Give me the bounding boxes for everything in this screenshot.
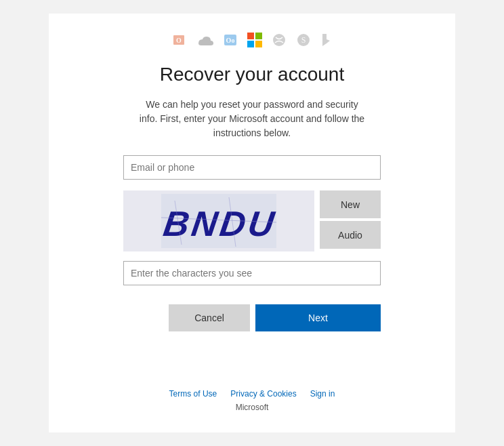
page-title: Recover your account xyxy=(160,64,344,85)
footer-brand: Microsoft xyxy=(236,403,269,412)
email-input[interactable] xyxy=(123,155,381,180)
bing-icon xyxy=(320,33,333,47)
svg-marker-7 xyxy=(322,34,330,46)
button-row: Cancel Next xyxy=(123,304,381,331)
captcha-area: BNDU New Audio xyxy=(123,190,381,251)
svg-text:S: S xyxy=(301,35,306,45)
page-container: O Oo S Recover your ac xyxy=(49,14,455,432)
svg-point-4 xyxy=(273,34,285,46)
footer: Terms of Use Privacy & Cookies Sign in M… xyxy=(169,362,335,412)
product-icon-bar: O Oo S xyxy=(171,33,333,47)
privacy-link[interactable]: Privacy & Cookies xyxy=(230,389,296,399)
captcha-new-button[interactable]: New xyxy=(320,190,381,218)
svg-text:O: O xyxy=(176,37,182,44)
next-button[interactable]: Next xyxy=(255,304,381,331)
captcha-audio-button[interactable]: Audio xyxy=(320,221,381,249)
captcha-buttons: New Audio xyxy=(320,190,381,251)
onedrive-icon xyxy=(196,34,213,46)
main-content: Recover your account We can help you res… xyxy=(123,64,381,331)
office-icon: O xyxy=(171,33,186,47)
captcha-input[interactable] xyxy=(123,261,381,285)
outlook-icon: Oo xyxy=(223,33,238,47)
cancel-button[interactable]: Cancel xyxy=(169,304,250,331)
footer-links: Terms of Use Privacy & Cookies Sign in xyxy=(169,389,335,399)
description-text: We can help you reset your password and … xyxy=(137,98,367,140)
skype-icon: S xyxy=(296,33,311,47)
xbox-icon xyxy=(272,33,287,47)
terms-link[interactable]: Terms of Use xyxy=(169,389,217,399)
svg-text:Oo: Oo xyxy=(226,37,235,44)
signin-link[interactable]: Sign in xyxy=(310,389,335,399)
captcha-image: BNDU xyxy=(123,190,314,251)
microsoft-logo xyxy=(247,33,262,47)
